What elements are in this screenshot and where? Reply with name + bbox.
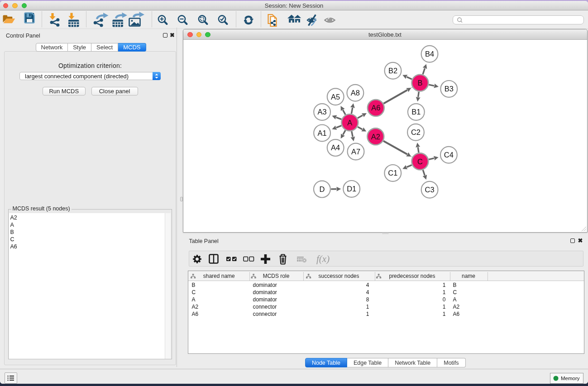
svg-text:A1: A1 bbox=[317, 129, 326, 137]
svg-text:f(x): f(x) bbox=[316, 253, 330, 264]
svg-text:B4: B4 bbox=[425, 50, 434, 58]
svg-text:A: A bbox=[347, 118, 352, 126]
svg-text:B2: B2 bbox=[388, 67, 397, 75]
svg-text:D1: D1 bbox=[347, 185, 356, 193]
svg-text:A6: A6 bbox=[371, 104, 380, 112]
svg-text:A4: A4 bbox=[331, 143, 340, 152]
svg-text:A7: A7 bbox=[351, 147, 360, 155]
svg-text:C2: C2 bbox=[411, 128, 420, 136]
svg-text:A3: A3 bbox=[317, 108, 326, 116]
svg-text:Memory: Memory bbox=[561, 376, 580, 381]
svg-text:C: C bbox=[417, 157, 422, 165]
svg-text:B: B bbox=[417, 78, 422, 86]
svg-text:A5: A5 bbox=[331, 92, 340, 100]
svg-text:A8: A8 bbox=[350, 89, 359, 97]
svg-text:B3: B3 bbox=[444, 85, 453, 93]
svg-text:D: D bbox=[319, 185, 325, 193]
svg-text:A2: A2 bbox=[371, 132, 380, 140]
svg-text:C1: C1 bbox=[388, 169, 397, 177]
svg-text:C3: C3 bbox=[425, 186, 434, 194]
svg-text:C4: C4 bbox=[444, 151, 453, 159]
svg-text:B1: B1 bbox=[411, 108, 421, 116]
